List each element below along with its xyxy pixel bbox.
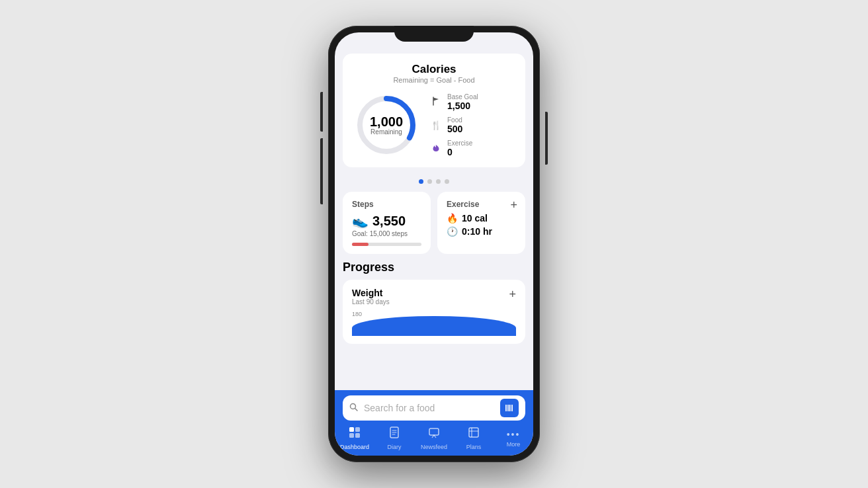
exercise-label: Exercise <box>447 140 472 147</box>
nav-diary[interactable]: Diary <box>374 426 414 450</box>
dot-3 <box>436 179 441 184</box>
steps-goal: Goal: 15,000 steps <box>352 230 421 237</box>
search-icon <box>349 403 359 414</box>
svg-rect-19 <box>469 428 478 437</box>
fork-icon: 🍴 <box>430 120 442 130</box>
dot-4 <box>445 179 449 184</box>
donut-label: Remaining <box>370 128 403 136</box>
svg-rect-12 <box>349 433 354 438</box>
chart-label: 180 <box>352 311 362 317</box>
exercise-cal-row: 🔥 10 cal <box>447 213 516 224</box>
weight-title-group: Weight Last 90 days <box>352 288 390 305</box>
page-dots <box>335 173 533 188</box>
plans-icon <box>467 426 480 442</box>
exercise-info: Exercise 0 <box>447 140 472 157</box>
dashboard-label: Dashboard <box>340 444 369 450</box>
food-value: 500 <box>447 124 462 134</box>
diary-icon <box>388 426 401 442</box>
search-bar-wrapper: Search for a food <box>335 390 533 423</box>
svg-rect-18 <box>429 428 439 435</box>
progress-heading: Progress <box>343 261 525 274</box>
more-label: More <box>507 441 521 448</box>
progress-section: Progress Weight Last 90 days + 180 <box>343 261 525 344</box>
plans-label: Plans <box>466 444 482 450</box>
svg-rect-13 <box>355 433 360 438</box>
weight-chart: 180 <box>352 309 516 336</box>
exercise-card-title: Exercise <box>447 200 516 209</box>
base-goal-value: 1,500 <box>447 101 478 111</box>
svg-rect-7 <box>509 405 510 411</box>
calories-title: Calories <box>353 63 515 76</box>
svg-rect-6 <box>507 405 508 411</box>
calories-body: 1,000 Remaining <box>353 92 515 158</box>
svg-rect-8 <box>511 405 511 411</box>
food-info: Food 500 <box>447 116 462 134</box>
base-goal-row: Base Goal 1,500 <box>430 93 515 111</box>
calories-stats: Base Goal 1,500 🍴 Food 500 <box>430 93 515 157</box>
phone-frame: Calories Remaining = Goal - Food 1,000 R… <box>328 26 540 462</box>
dot-2 <box>427 179 432 184</box>
diary-label: Diary <box>387 444 401 450</box>
weight-header: Weight Last 90 days + <box>352 288 516 305</box>
phone-screen: Calories Remaining = Goal - Food 1,000 R… <box>335 32 533 456</box>
calories-card: Calories Remaining = Goal - Food 1,000 R… <box>343 54 525 167</box>
newsfeed-icon <box>427 426 441 442</box>
dashboard-icon <box>348 426 361 442</box>
more-icon: ••• <box>507 429 521 440</box>
steps-progress-fill <box>352 243 369 246</box>
bottom-nav: Dashboard Diary <box>335 423 533 456</box>
barcode-icon[interactable] <box>500 399 519 417</box>
nav-dashboard[interactable]: Dashboard <box>335 426 374 450</box>
exercise-cal-value: 10 cal <box>462 213 488 224</box>
svg-rect-5 <box>505 405 507 411</box>
base-goal-info: Base Goal 1,500 <box>447 93 478 111</box>
newsfeed-label: Newsfeed <box>421 444 447 450</box>
exercise-time-value: 0:10 hr <box>462 226 492 237</box>
svg-line-4 <box>355 408 358 411</box>
fire-icon <box>430 143 442 154</box>
steps-progress-bg <box>352 243 421 246</box>
donut-center: 1,000 Remaining <box>370 115 403 136</box>
weight-subtitle: Last 90 days <box>352 298 390 305</box>
nav-more[interactable]: ••• More <box>494 429 533 448</box>
calories-subtitle: Remaining = Goal - Food <box>353 76 515 84</box>
svg-rect-10 <box>349 427 354 432</box>
exercise-time-row: 🕐 0:10 hr <box>447 226 516 237</box>
nav-newsfeed[interactable]: Newsfeed <box>414 426 454 450</box>
scroll-content: Calories Remaining = Goal - Food 1,000 R… <box>335 32 533 390</box>
exercise-fire-icon: 🔥 <box>447 213 458 224</box>
exercise-value: 0 <box>447 147 472 157</box>
exercise-clock-icon: 🕐 <box>447 226 458 237</box>
exercise-card: Exercise + 🔥 10 cal 🕐 0:10 hr <box>437 192 525 254</box>
svg-rect-9 <box>512 405 513 411</box>
food-row: 🍴 Food 500 <box>430 116 515 134</box>
donut-chart: 1,000 Remaining <box>353 92 419 158</box>
exercise-stat-row: Exercise 0 <box>430 140 515 157</box>
steps-card: Steps 👟 3,550 Goal: 15,000 steps <box>343 192 431 254</box>
dot-1 <box>419 179 423 184</box>
chart-wave <box>352 316 516 336</box>
food-label: Food <box>447 116 462 124</box>
search-placeholder: Search for a food <box>364 403 495 413</box>
notch <box>394 26 474 42</box>
metrics-row: Steps 👟 3,550 Goal: 15,000 steps Exercis… <box>343 192 525 254</box>
weight-title: Weight <box>352 288 390 298</box>
base-goal-label: Base Goal <box>447 93 478 101</box>
flag-icon <box>430 97 442 108</box>
steps-value: 👟 3,550 <box>352 213 421 229</box>
shoe-icon: 👟 <box>352 213 369 229</box>
steps-number: 3,550 <box>372 214 406 229</box>
weight-add-button[interactable]: + <box>509 288 516 302</box>
donut-value: 1,000 <box>370 115 403 128</box>
nav-plans[interactable]: Plans <box>454 426 494 450</box>
svg-rect-11 <box>355 427 360 432</box>
search-bar[interactable]: Search for a food <box>343 395 525 421</box>
exercise-add-button[interactable]: + <box>510 198 517 212</box>
steps-title: Steps <box>352 200 421 209</box>
weight-card: Weight Last 90 days + 180 <box>343 280 525 344</box>
